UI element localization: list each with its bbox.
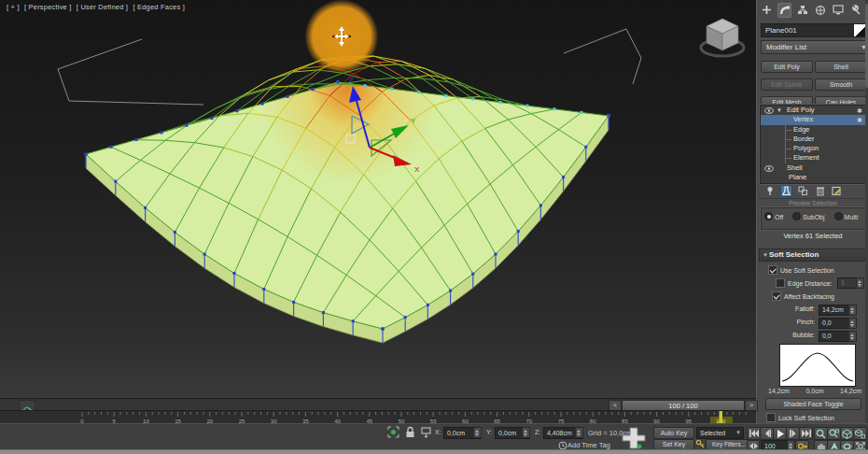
stack-row-vertex[interactable]: Vertex✱ — [761, 115, 865, 124]
shell-button[interactable]: Shell — [815, 61, 867, 73]
bubble-label: Bubble: — [761, 332, 815, 338]
utilities-tab-icon[interactable] — [848, 3, 862, 18]
lock-soft-selection-checkbox[interactable]: Lock Soft Selection — [766, 413, 834, 422]
gizmo-x-label: X — [414, 165, 420, 174]
chevron-down-icon: ▼ — [735, 428, 741, 438]
edit-spline-button: Edit Spline — [761, 78, 813, 91]
preview-selection-options: OffSubObjMulti — [764, 212, 865, 220]
pinch-label: Pinch: — [761, 319, 815, 325]
make-unique-icon[interactable] — [797, 185, 809, 197]
soft-selection-rollout-header[interactable]: ▼ Soft Selection — [759, 248, 868, 262]
preview-option-off[interactable]: Off — [764, 212, 783, 220]
click-highlight-overlay — [304, 0, 379, 74]
hierarchy-tab-icon[interactable] — [795, 3, 809, 18]
show-end-result-icon[interactable] — [780, 185, 792, 197]
3dsmax-window: ZYX [ + ] [ Perspective ] [ User Defined… — [0, 0, 868, 454]
viewcube[interactable] — [693, 9, 752, 64]
edit-poly-button[interactable]: Edit Poly — [761, 61, 813, 73]
affect-backfacing-checkbox[interactable]: Affect Backfacing — [772, 291, 834, 301]
spinner-arrows[interactable] — [522, 427, 530, 438]
go-to-end-button[interactable] — [799, 427, 813, 440]
bubble-field[interactable]: 0,0 — [819, 331, 857, 342]
y-coordinate-field[interactable]: 0,0cm — [495, 427, 530, 439]
falloff-field[interactable]: 14,2cm — [819, 305, 857, 316]
viewport-menu-general[interactable]: [ + ] — [7, 3, 20, 11]
display-tab-icon[interactable] — [831, 3, 845, 18]
stack-row-edit-poly[interactable]: ▼Edit Poly✱ — [761, 106, 865, 115]
stack-row-polygon[interactable]: Polygon — [761, 144, 865, 153]
use-soft-selection-checkbox[interactable]: Use Soft Selection — [768, 265, 834, 275]
modifier-stack: ▼Edit Poly✱Vertex✱EdgeBorderPolygonEleme… — [760, 105, 866, 184]
preview-selection-title: Preview Selection — [757, 200, 868, 206]
zoom-extents-all-button[interactable] — [853, 427, 867, 440]
create-tab-icon[interactable] — [760, 3, 774, 18]
smooth-button[interactable]: Smooth — [815, 78, 867, 91]
y-label: Y: — [486, 429, 492, 435]
edge-distance-checkbox[interactable]: Edge Distance: — [776, 278, 832, 288]
track-bar[interactable]: 0510152025303540455055606570758085909510… — [0, 410, 756, 424]
eye-icon[interactable] — [764, 107, 774, 114]
x-coordinate-field[interactable]: 0,0cm — [443, 427, 482, 439]
command-panel: Plane001 Modifier List▼ Edit PolyShellEd… — [756, 0, 868, 423]
spinner-arrows[interactable] — [856, 277, 864, 289]
stack-row-plane[interactable]: Plane — [761, 173, 865, 182]
eye-icon[interactable] — [764, 165, 774, 172]
next-frame-transport-button[interactable] — [786, 427, 800, 440]
play-button[interactable] — [773, 427, 787, 440]
previous-frame-transport-button[interactable] — [760, 427, 774, 440]
move-cursor-icon — [330, 25, 353, 48]
remove-modifier-icon[interactable] — [814, 185, 826, 197]
modify-tab-icon[interactable] — [777, 3, 791, 18]
z-label: Z: — [535, 429, 540, 435]
perspective-viewport[interactable]: ZYX [ + ] [ Perspective ] [ User Defined… — [0, 0, 757, 398]
expand-arrow-icon[interactable]: ▼ — [777, 106, 782, 115]
object-name-field[interactable]: Plane001 — [761, 23, 855, 37]
spinner-arrows[interactable] — [473, 427, 482, 438]
selection-lock-icon[interactable] — [403, 426, 416, 438]
absolute-mode-icon[interactable] — [419, 426, 432, 438]
viewport-label: [ + ] [ Perspective ] [ User Defined ] [… — [7, 3, 188, 11]
zoom-extents-button[interactable] — [840, 427, 854, 440]
spinner-arrows[interactable] — [848, 318, 857, 329]
auto-key-button[interactable]: Auto Key — [653, 427, 694, 439]
spinner-arrows[interactable] — [575, 427, 583, 438]
gizmo-z-label: Z — [349, 76, 354, 84]
preview-option-multi[interactable]: Multi — [834, 212, 859, 220]
zoom-all-button[interactable] — [827, 427, 841, 440]
preview-option-subobj[interactable]: SubObj — [792, 212, 824, 220]
taskbar-edge — [0, 449, 868, 454]
time-slider-row: < 100 / 100 > — [0, 398, 756, 411]
add-time-tag[interactable]: Add Time Tag — [567, 441, 610, 449]
motion-tab-icon[interactable] — [813, 3, 827, 18]
pinch-field[interactable]: 0,0 — [819, 318, 857, 329]
z-coordinate-field[interactable]: 4,408cm — [543, 427, 583, 439]
x-label: X: — [435, 429, 441, 435]
stack-row-element[interactable]: Element — [761, 153, 865, 163]
viewport-scene: ZYX — [0, 0, 756, 398]
command-panel-tabs — [757, 0, 868, 20]
go-to-start-button[interactable] — [747, 427, 761, 440]
falloff-label: Falloff: — [761, 305, 815, 312]
configure-modifier-sets-icon[interactable] — [831, 185, 843, 197]
stack-row-shell[interactable]: Shell — [761, 163, 865, 173]
viewport-menu-user[interactable]: [ User Defined ] — [77, 3, 128, 11]
modifier-list-dropdown[interactable]: Modifier List▼ — [761, 40, 868, 54]
spinner-arrows[interactable] — [848, 305, 857, 316]
rollout-arrow-icon: ▼ — [763, 249, 768, 261]
viewport-menu-shading[interactable]: [ Edged Faces ] — [133, 3, 185, 11]
falloff-curve-graph — [779, 344, 856, 387]
edge-distance-field[interactable]: 1 — [837, 277, 864, 289]
spinner-arrows[interactable] — [848, 331, 857, 342]
viewport-menu-pov[interactable]: [ Perspective ] — [24, 3, 72, 11]
falloff-curve-labels: 14,2cm 0,0cm 14,2cm — [768, 388, 861, 394]
status-bar: X: 0,0cm Y: 0,0cm Z: 4,408cm Grid = 10,0… — [0, 423, 868, 450]
stack-row-border[interactable]: Border — [761, 135, 865, 144]
shaded-face-toggle-button[interactable]: Shaded Face Toggle — [765, 398, 861, 410]
stack-toolbar — [760, 184, 868, 199]
stack-row-edge[interactable]: Edge — [761, 125, 865, 135]
isolate-selection-icon[interactable] — [386, 426, 399, 438]
pin-stack-icon[interactable] — [763, 185, 776, 197]
selection-status-text: Vertex 61 Selected — [757, 232, 868, 240]
plus-cursor-overlay — [616, 426, 651, 450]
zoom-button[interactable] — [814, 427, 828, 440]
